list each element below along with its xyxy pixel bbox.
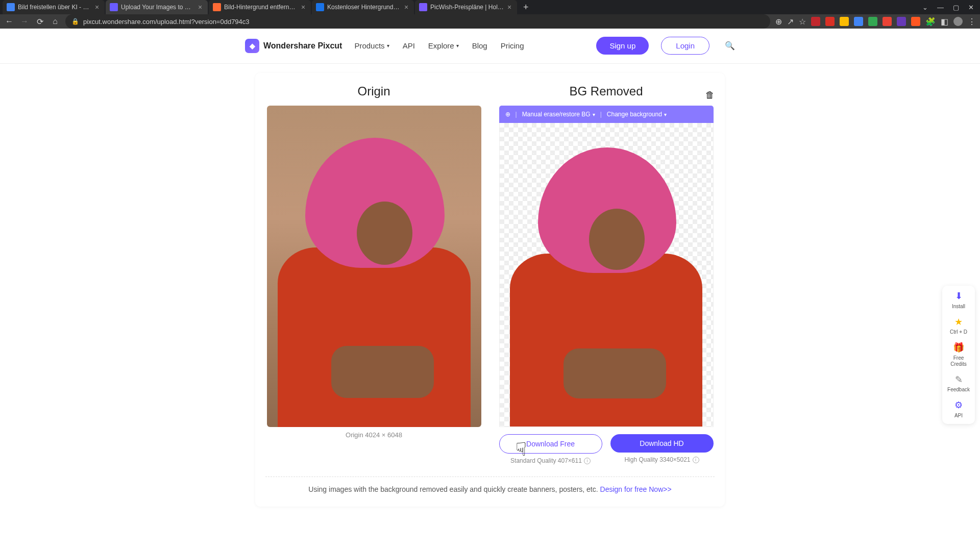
footer-text: Using images with the background removed… [308, 485, 600, 493]
install-icon[interactable]: ⊕ [775, 17, 782, 27]
brand-logo[interactable]: ◆ Wondershare Pixcut [245, 39, 342, 53]
design-link[interactable]: Design for free Now>> [600, 485, 672, 493]
minimize-icon[interactable]: — [937, 4, 944, 11]
removed-column: BG Removed 🗑 ⊕ | Manual erase/restore BG… [498, 84, 715, 464]
tab-title: PicWish-Preispläne | Holen Sie s [430, 4, 504, 11]
nav-blog[interactable]: Blog [472, 41, 487, 50]
info-icon[interactable]: i [693, 457, 699, 463]
bookmark-button[interactable]: ★Ctrl + D [945, 317, 972, 336]
new-tab-button[interactable]: + [518, 2, 534, 13]
info-icon[interactable]: i [584, 458, 591, 464]
removed-image [499, 123, 714, 427]
feedback-button[interactable]: ✎Feedback [945, 374, 972, 393]
lock-icon: 🔒 [71, 18, 79, 25]
change-background-button[interactable]: Change background▾ [607, 111, 667, 118]
chevron-down-icon: ▾ [664, 112, 667, 117]
browser-chrome: Bild freistellen über KI - Googl× Upload… [0, 0, 980, 28]
reload-icon[interactable]: ⟳ [35, 17, 45, 27]
profile-avatar[interactable] [953, 17, 963, 26]
browser-tab[interactable]: Bild freistellen über KI - Googl× [3, 0, 105, 14]
nav-pricing[interactable]: Pricing [501, 41, 524, 50]
browser-tab[interactable]: Bild-Hintergrund entfernen oder× [209, 0, 311, 14]
trash-icon[interactable]: 🗑 [705, 90, 715, 101]
browser-toolbar: ← → ⟳ ⌂ 🔒 pixcut.wondershare.com/upload.… [0, 14, 980, 29]
sidepanel-icon[interactable]: ◧ [941, 17, 948, 27]
gift-icon: 🎁 [953, 342, 964, 354]
back-icon[interactable]: ← [4, 17, 14, 26]
tab-title: Upload Your Images to BG Rem [121, 4, 194, 11]
main-nav: Products▾ API Explore▾ Blog Pricing [354, 41, 524, 50]
nav-products[interactable]: Products▾ [354, 41, 389, 50]
tab-favicon [110, 3, 118, 11]
chevron-down-icon: ▾ [456, 43, 459, 48]
install-icon: ⬇ [955, 291, 963, 302]
home-icon[interactable]: ⌂ [50, 17, 60, 26]
star-icon: ★ [954, 317, 963, 328]
origin-title: Origin [357, 84, 390, 98]
extension-icon[interactable] [868, 17, 877, 26]
signup-button[interactable]: Sign up [596, 37, 649, 55]
api-button[interactable]: ⚙API [945, 400, 972, 419]
origin-image [267, 106, 481, 427]
extension-icons: ⊕ ↗ ☆ 🧩 ◧ ⋮ [775, 17, 976, 27]
close-icon[interactable]: ✕ [968, 4, 974, 11]
logo-icon: ◆ [245, 39, 259, 53]
extension-icon[interactable] [911, 17, 920, 26]
tab-strip: Bild freistellen über KI - Googl× Upload… [0, 0, 980, 14]
tab-close-icon[interactable]: × [300, 4, 307, 11]
high-quality-label: High Quality 3340×5021i [624, 456, 699, 463]
nav-api[interactable]: API [403, 41, 415, 50]
tab-close-icon[interactable]: × [93, 4, 101, 11]
manual-erase-button[interactable]: Manual erase/restore BG▾ [522, 111, 595, 118]
origin-caption: Origin 4024 × 6048 [346, 431, 402, 439]
removed-title: BG Removed [569, 84, 643, 98]
extension-icon[interactable] [811, 17, 820, 26]
tab-title: Bild-Hintergrund entfernen oder [224, 4, 298, 11]
maximize-icon[interactable]: ▢ [953, 4, 959, 11]
api-icon: ⚙ [954, 400, 963, 411]
tab-close-icon[interactable]: × [403, 4, 410, 11]
zoom-in-icon[interactable]: ⊕ [505, 111, 510, 118]
extension-icon[interactable] [840, 17, 849, 26]
extension-icon[interactable] [883, 17, 892, 26]
browser-tab[interactable]: PicWish-Preispläne | Holen Sie s× [415, 0, 517, 14]
tab-close-icon[interactable]: × [197, 4, 204, 11]
standard-quality-label: Standard Quality 407×611i [510, 457, 591, 464]
search-icon[interactable]: 🔍 [725, 41, 735, 51]
tab-favicon [316, 3, 324, 11]
chevron-down-icon: ▾ [387, 43, 389, 48]
star-icon[interactable]: ☆ [799, 17, 806, 27]
tab-favicon [7, 3, 15, 11]
result-panel: Origin Origin 4024 × 6048 BG Removed 🗑 [255, 73, 725, 507]
tab-title: Bild freistellen über KI - Googl [18, 4, 91, 11]
install-button[interactable]: ⬇Install [945, 291, 972, 310]
tab-favicon [213, 3, 221, 11]
extensions-icon[interactable]: 🧩 [925, 17, 936, 27]
tab-favicon [419, 3, 427, 11]
address-bar[interactable]: 🔒 pixcut.wondershare.com/upload.html?ver… [65, 14, 770, 29]
share-icon[interactable]: ↗ [787, 17, 794, 27]
feedback-icon: ✎ [955, 374, 963, 386]
extension-icon[interactable] [897, 17, 906, 26]
login-button[interactable]: Login [661, 37, 709, 55]
extension-icon[interactable] [825, 17, 835, 26]
origin-column: Origin Origin 4024 × 6048 [265, 84, 482, 464]
menu-icon[interactable]: ⋮ [968, 17, 976, 27]
site-header: ◆ Wondershare Pixcut Products▾ API Explo… [0, 28, 980, 64]
browser-tab[interactable]: Upload Your Images to BG Rem× [106, 0, 208, 14]
footer-cta: Using images with the background removed… [265, 477, 715, 493]
tab-title: Kostenloser Hintergrundentfern [327, 4, 401, 11]
brand-name: Wondershare Pixcut [263, 41, 342, 51]
url-text: pixcut.wondershare.com/upload.html?versi… [83, 18, 250, 26]
image-toolbar: ⊕ | Manual erase/restore BG▾ | Change ba… [499, 106, 714, 123]
extension-icon[interactable] [854, 17, 863, 26]
browser-tab[interactable]: Kostenloser Hintergrundentfern× [312, 0, 414, 14]
chevron-down-icon: ▾ [593, 112, 595, 117]
download-free-button[interactable]: Download Free [499, 434, 602, 454]
forward-icon[interactable]: → [19, 17, 30, 26]
nav-explore[interactable]: Explore▾ [428, 41, 459, 50]
free-credits-button[interactable]: 🎁Free Credits [945, 342, 972, 367]
chevron-down-icon[interactable]: ⌄ [922, 4, 928, 11]
download-hd-button[interactable]: Download HD [610, 434, 714, 453]
tab-close-icon[interactable]: × [506, 4, 513, 11]
